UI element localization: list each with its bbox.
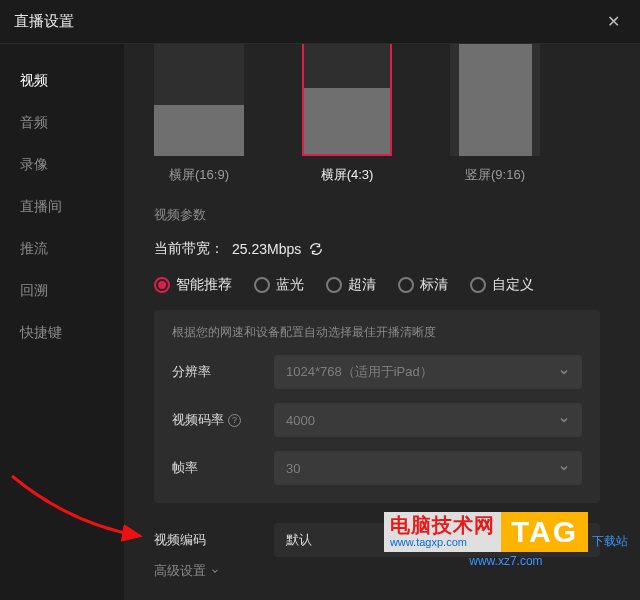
thumb-preview [302,44,392,156]
encode-select[interactable]: 默认 [274,523,600,557]
thumb-label: 横屏(4:3) [321,166,374,184]
sidebar-item-label: 直播间 [20,198,62,214]
chevron-down-icon [558,414,570,426]
titlebar: 直播设置 ✕ [0,0,640,44]
refresh-icon[interactable] [309,242,323,256]
bitrate-label: 视频码率 [172,411,224,429]
bandwidth-row: 当前带宽： 25.23Mbps [154,240,600,258]
quality-bluray[interactable]: 蓝光 [254,276,304,294]
sidebar: 视频 音频 录像 直播间 推流 回溯 快捷键 [0,44,124,600]
bandwidth-value: 25.23Mbps [232,241,301,257]
recommend-note: 根据您的网速和设备配置自动选择最佳开播清晰度 [172,324,582,341]
thumb-label: 竖屏(9:16) [465,166,525,184]
aspect-16-9[interactable]: 横屏(16:9) [154,44,244,184]
resolution-row: 分辨率 1024*768（适用于iPad） [172,355,582,389]
resolution-label: 分辨率 [172,363,211,381]
radio-label: 智能推荐 [176,276,232,294]
encode-row: 视频编码 默认 [154,523,600,557]
thumb-preview [450,44,540,156]
radio-label: 自定义 [492,276,534,294]
bandwidth-label: 当前带宽： [154,240,224,258]
help-icon[interactable]: ? [228,414,241,427]
quality-ultra[interactable]: 超清 [326,276,376,294]
sidebar-item-label: 音频 [20,114,48,130]
thumb-preview [154,44,244,156]
quality-smart[interactable]: 智能推荐 [154,276,232,294]
aspect-9-16[interactable]: 竖屏(9:16) [450,44,540,184]
sidebar-item-label: 视频 [20,72,48,88]
quality-standard[interactable]: 标清 [398,276,448,294]
sidebar-item-record[interactable]: 录像 [0,144,124,186]
sidebar-item-label: 录像 [20,156,48,172]
recommend-panel: 根据您的网速和设备配置自动选择最佳开播清晰度 分辨率 1024*768（适用于i… [154,310,600,503]
sidebar-item-label: 快捷键 [20,324,62,340]
chevron-down-icon [210,564,220,579]
sidebar-item-label: 推流 [20,240,48,256]
radio-label: 标清 [420,276,448,294]
radio-label: 蓝光 [276,276,304,294]
sidebar-item-hotkeys[interactable]: 快捷键 [0,312,124,354]
resolution-select[interactable]: 1024*768（适用于iPad） [274,355,582,389]
fps-row: 帧率 30 [172,451,582,485]
sidebar-item-push-stream[interactable]: 推流 [0,228,124,270]
select-value: 默认 [286,531,312,549]
section-video-params: 视频参数 [154,206,600,224]
bitrate-row: 视频码率 ? 4000 [172,403,582,437]
encode-label: 视频编码 [154,531,206,549]
select-value: 1024*768（适用于iPad） [286,363,433,381]
aspect-4-3[interactable]: 横屏(4:3) [302,44,392,184]
quality-custom[interactable]: 自定义 [470,276,534,294]
select-value: 4000 [286,413,315,428]
sidebar-item-audio[interactable]: 音频 [0,102,124,144]
quality-radio-group: 智能推荐 蓝光 超清 标清 自定义 [154,276,600,294]
sidebar-item-label: 回溯 [20,282,48,298]
sidebar-item-live-room[interactable]: 直播间 [0,186,124,228]
sidebar-item-replay[interactable]: 回溯 [0,270,124,312]
chevron-down-icon [558,366,570,378]
fps-label: 帧率 [172,459,198,477]
advanced-label: 高级设置 [154,562,206,580]
main-panel: 横屏(16:9) 横屏(4:3) 竖屏(9:16) 视频参数 当前带宽： 25.… [124,44,640,600]
sidebar-item-video[interactable]: 视频 [0,60,124,102]
settings-window: 直播设置 ✕ 视频 音频 录像 直播间 推流 回溯 快捷键 横屏(16:9) 横… [0,0,640,600]
aspect-ratio-group: 横屏(16:9) 横屏(4:3) 竖屏(9:16) [154,44,600,184]
advanced-toggle[interactable]: 高级设置 [154,562,220,580]
close-icon[interactable]: ✕ [601,8,626,35]
fps-select[interactable]: 30 [274,451,582,485]
bitrate-select[interactable]: 4000 [274,403,582,437]
radio-label: 超清 [348,276,376,294]
chevron-down-icon [558,462,570,474]
chevron-down-icon [576,534,588,546]
select-value: 30 [286,461,300,476]
window-title: 直播设置 [14,12,74,31]
thumb-label: 横屏(16:9) [169,166,229,184]
